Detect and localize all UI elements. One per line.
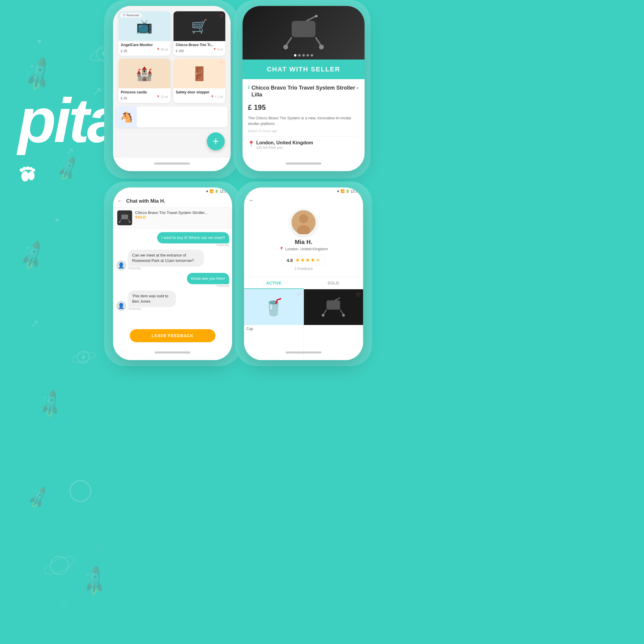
status-icons-profile: ▼ 📶 🔋 12:30: [337, 189, 359, 193]
stroller-item-svg: [321, 297, 345, 318]
listing-image-monitor: 📺 ⏱ Reserved: [118, 11, 171, 41]
svg-rect-37: [121, 215, 128, 219]
phone4-home-bar: [286, 351, 321, 354]
svg-point-27: [26, 166, 30, 170]
footprint-icon: [18, 161, 39, 182]
horse-item-partial: 🐴: [115, 107, 228, 127]
svg-point-24: [28, 171, 35, 180]
list-item[interactable]: 🚪 ♡ Safety door stopper 📍 < 1 mi: [173, 59, 226, 103]
phone2: CHAT WITH SELLER ℹ Chicco Bravo Trio Tra…: [243, 6, 365, 171]
dot-4: [307, 54, 309, 57]
dot-2: [298, 54, 301, 57]
svg-line-35: [307, 16, 315, 21]
status-icons: ▼ 📶 🔋 12:30: [206, 189, 228, 193]
svg-line-50: [335, 298, 340, 301]
feedback-area: LEAVE FEEDBACK: [113, 323, 232, 360]
message-received-1: 👤 Can we meet at the entrance of Rosewoo…: [116, 250, 229, 270]
back-button-profile[interactable]: ←: [249, 197, 254, 203]
avatar: [290, 209, 317, 236]
battery-icon: 🔋: [346, 189, 350, 193]
product-image-area: [243, 6, 365, 60]
tab-sold[interactable]: SOLD: [304, 277, 363, 289]
chat-with-seller-button[interactable]: CHAT WITH SELLER: [243, 60, 365, 79]
phone1: 📺 ⏱ Reserved AngelCare Monitor £ 35 📍 40…: [113, 6, 231, 171]
listing-image-doorstopper: 🚪 ♡: [173, 59, 226, 88]
status-bar-profile: ▼ 📶 🔋 12:30: [244, 187, 363, 195]
stroller-svg: [283, 15, 324, 51]
heart-icon[interactable]: ♡: [296, 292, 301, 298]
list-item[interactable]: 🏰 Princess castle £ 25 📍 12 mi: [118, 59, 171, 103]
profile-items-grid: 🥤 ♡ Cup ♡: [244, 289, 363, 360]
svg-point-40: [119, 221, 121, 223]
listing-info: Princess castle £ 25 📍 12 mi: [118, 88, 171, 103]
location-pin-icon: 📍: [248, 140, 254, 147]
fab-add-button[interactable]: +: [207, 132, 225, 150]
info-icon: ℹ: [248, 85, 250, 90]
wifi-icon: 📶: [340, 189, 345, 193]
svg-rect-45: [326, 300, 340, 310]
item-image-cup: 🥤: [244, 289, 304, 325]
dot-1: [294, 54, 296, 57]
dot-3: [302, 54, 305, 57]
svg-point-49: [342, 314, 345, 317]
profile-location: 📍 London, United Kingdom: [279, 247, 328, 251]
heart-icon[interactable]: ♡: [356, 292, 361, 298]
avatar: 👤: [116, 301, 126, 311]
svg-rect-30: [292, 21, 315, 37]
wifi-icon: 📶: [210, 189, 214, 193]
listing-info: AngelCare Monitor £ 35 📍 40 mi: [118, 41, 171, 56]
phone1-home-bar: [154, 162, 190, 165]
svg-line-32: [315, 37, 321, 46]
message-sent-2: Great see you then! Yesterday: [116, 273, 229, 288]
listing-grid: 📺 ⏱ Reserved AngelCare Monitor £ 35 📍 40…: [115, 8, 228, 106]
svg-line-38: [120, 219, 121, 222]
list-item[interactable]: 📺 ⏱ Reserved AngelCare Monitor £ 35 📍 40…: [118, 11, 171, 56]
svg-point-33: [283, 45, 288, 49]
heart-button[interactable]: ♡: [219, 60, 223, 66]
list-item[interactable]: ♡: [304, 289, 363, 360]
user-avatar-svg: [292, 210, 315, 234]
star-rating: ★★★★★: [295, 257, 321, 263]
profile-tabs: ACTIVE SOLD: [244, 277, 363, 289]
listing-info: Chicco Bravo Trio Tr... £ 195 📍 5 mi: [173, 41, 226, 56]
svg-line-47: [340, 310, 343, 315]
message-sent-1: I want to buy it! Where can we meet? Yes…: [116, 232, 229, 247]
profile-back-area: ←: [244, 195, 363, 206]
message-bubble: Can we meet at the entrance of Rosewood …: [128, 250, 204, 266]
signal-icon: ▼: [337, 190, 340, 193]
chat-header: ← Chat with Mia H.: [113, 195, 232, 207]
message-bubble: This item was sold to Ben Jones: [128, 290, 176, 307]
phone4: ▼ 📶 🔋 12:30 ← Mia H. 📍 Lo: [244, 187, 363, 360]
tab-active[interactable]: ACTIVE: [244, 277, 304, 289]
list-item[interactable]: 🥤 ♡ Cup: [244, 289, 304, 360]
phone2-home-bar: [286, 162, 321, 165]
listing-image-castle: 🏰: [118, 59, 171, 88]
product-location: 📍 London, United Kingdom 101 km from you: [248, 140, 359, 150]
svg-line-39: [128, 219, 130, 222]
chat-messages: I want to buy it! Where can we meet? Yes…: [113, 229, 232, 323]
stroller-preview-svg: [119, 213, 131, 223]
svg-point-34: [319, 45, 324, 49]
svg-point-36: [315, 15, 318, 17]
list-item[interactable]: 🛒 ♡ Chicco Bravo Trio Tr... £ 195 📍 5 mi: [173, 11, 226, 56]
back-button[interactable]: ←: [117, 198, 123, 204]
heart-button[interactable]: ♡: [219, 13, 223, 19]
signal-icon: ▼: [206, 190, 209, 193]
svg-point-26: [23, 167, 26, 171]
rating-row: 4.8 ★★★★★: [282, 255, 326, 265]
reserved-badge: ⏱ Reserved: [120, 13, 142, 18]
item-image-stroller: [304, 289, 363, 325]
location-pin-icon: 📍: [279, 247, 284, 251]
phone3: ▼ 📶 🔋 12:30 ← Chat with Mia H.: [113, 187, 232, 360]
leave-feedback-button[interactable]: LEAVE FEEDBACK: [130, 329, 215, 342]
avatar: 👤: [116, 260, 126, 271]
dot-indicators: [294, 54, 313, 57]
chat-preview-image: [117, 210, 132, 225]
svg-line-31: [286, 37, 292, 46]
listing-info: Safety door stopper 📍 < 1 mi: [173, 88, 226, 98]
svg-point-23: [21, 171, 29, 182]
profile-header: Mia H. 📍 London, United Kingdom 4.8 ★★★★…: [244, 206, 363, 277]
svg-point-43: [299, 214, 308, 223]
phone3-home-bar: [155, 351, 190, 354]
chat-preview-item[interactable]: Chicco Bravo Trio Travel System Stroller…: [113, 207, 232, 229]
